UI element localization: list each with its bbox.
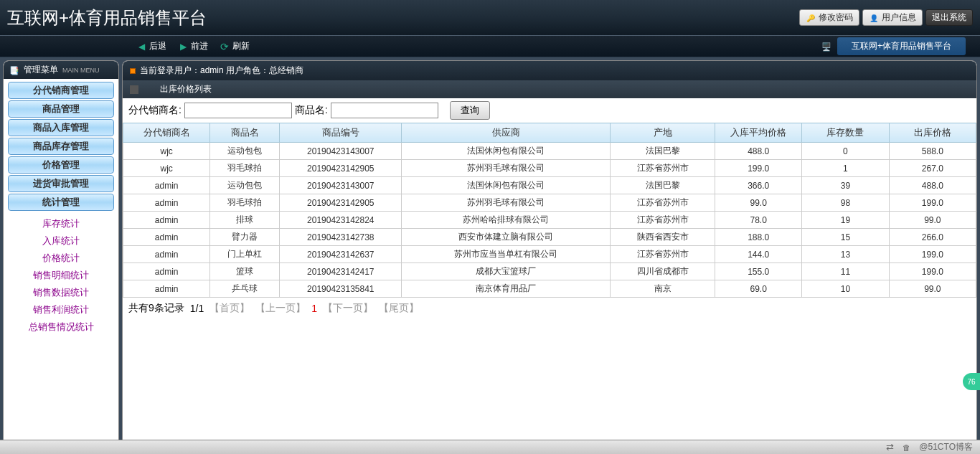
pagination: 共有9条记录 1/1 【首页】 【上一页】 1 【下一页】 【尾页】	[123, 298, 976, 319]
last-page-link[interactable]: 【尾页】	[379, 302, 419, 315]
dot-icon	[130, 68, 136, 74]
table-row[interactable]: wjc羽毛球拍20190423142905苏州羽毛球有限公司江苏省苏州市199.…	[123, 160, 976, 177]
first-page-link[interactable]: 【首页】	[209, 302, 250, 315]
trash-icon[interactable]	[903, 443, 910, 453]
table-cell: 20190423135841	[280, 280, 402, 298]
table-cell: 江苏省苏州市	[611, 246, 715, 263]
table-cell: 69.0	[715, 280, 801, 298]
nav-refresh-button[interactable]: 刷新	[220, 40, 250, 52]
table-cell: admin	[123, 246, 210, 263]
table-cell: 羽毛球拍	[210, 160, 280, 177]
notification-badge[interactable]: 76	[963, 373, 980, 390]
sub-link-2[interactable]: 价格统计	[5, 250, 117, 267]
arrow-left-icon	[136, 42, 146, 52]
banner-buttons: 修改密码 用户信息 退出系统	[799, 9, 980, 26]
logout-button[interactable]: 退出系统	[925, 9, 973, 26]
user-info-button[interactable]: 用户信息	[862, 9, 923, 26]
table-cell: 366.0	[715, 177, 801, 194]
menu-item-3[interactable]: 商品库存管理	[8, 138, 114, 155]
product-label: 商品名:	[295, 104, 328, 117]
table-cell: 陕西省西安市	[611, 229, 715, 246]
table-cell: 78.0	[715, 212, 801, 229]
product-name-input[interactable]	[331, 103, 438, 118]
table-cell: 20190423142905	[280, 194, 402, 212]
next-page-link[interactable]: 【下一页】	[323, 302, 373, 315]
table-row[interactable]: admin门上单杠20190423142637苏州市应当当单杠有限公司江苏省苏州…	[123, 246, 976, 263]
sub-link-6[interactable]: 总销售情况统计	[5, 318, 117, 336]
table-cell: 法国休闲包有限公司	[402, 143, 611, 160]
table-header-cell: 产地	[611, 123, 715, 143]
arrow-icon	[130, 85, 138, 94]
table-cell: 99.0	[889, 280, 976, 298]
table-header-cell: 出库价格	[889, 123, 976, 143]
table-header-cell: 分代销商名	[123, 123, 210, 143]
table-cell: 13	[802, 246, 889, 263]
table-cell: wjc	[123, 160, 210, 177]
dealer-label: 分代销商名:	[128, 104, 182, 117]
table-header-cell: 入库平均价格	[715, 123, 801, 143]
table-cell: 199.0	[889, 194, 976, 212]
sub-link-4[interactable]: 销售数据统计	[5, 284, 117, 301]
sub-link-1[interactable]: 入库统计	[5, 232, 117, 250]
table-cell: 199.0	[889, 263, 976, 280]
table-cell: 19	[802, 212, 889, 229]
banner-title: 互联网+体育用品销售平台	[0, 6, 207, 29]
arrow-right-icon	[178, 42, 188, 52]
refresh-icon	[220, 42, 230, 52]
current-page: 1	[311, 303, 317, 314]
table-row[interactable]: wjc运动包包20190423143007法国休闲包有限公司法国巴黎488.00…	[123, 143, 976, 160]
table-cell: 11	[802, 263, 889, 280]
table-row[interactable]: admin羽毛球拍20190423142905苏州羽毛球有限公司江苏省苏州市99…	[123, 194, 976, 212]
menu-item-2[interactable]: 商品入库管理	[8, 119, 114, 136]
table-cell: wjc	[123, 143, 210, 160]
table-row[interactable]: admin排球20190423142824苏州哈哈排球有限公司江苏省苏州市78.…	[123, 212, 976, 229]
table-cell: 江苏省苏州市	[611, 160, 715, 177]
switch-icon[interactable]	[886, 442, 894, 453]
table-cell: 266.0	[889, 229, 976, 246]
sub-link-0[interactable]: 库存统计	[5, 215, 117, 232]
table-row[interactable]: admin篮球20190423142417成都大宝篮球厂四川省成都市155.01…	[123, 263, 976, 280]
menu-item-6[interactable]: 统计管理	[8, 194, 114, 211]
menu-item-0[interactable]: 分代销商管理	[8, 82, 114, 99]
table-cell: 10	[802, 280, 889, 298]
sidebar-header: 管理菜单 MAIN MENU	[4, 61, 118, 79]
menu-item-1[interactable]: 商品管理	[8, 100, 114, 118]
content-panel: 当前登录用户：admin 用户角色：总经销商 出库价格列表 分代销商名: 商品名…	[122, 60, 977, 451]
table-cell: 98	[802, 194, 889, 212]
table-cell: 篮球	[210, 263, 280, 280]
table-cell: 199.0	[715, 160, 801, 177]
table-cell: 乒乓球	[210, 280, 280, 298]
table-cell: 199.0	[889, 246, 976, 263]
table-cell: 20190423142824	[280, 212, 402, 229]
search-form: 分代销商名: 商品名: 查询	[123, 98, 976, 123]
table-cell: 488.0	[889, 177, 976, 194]
table-cell: 188.0	[715, 229, 801, 246]
prev-page-link[interactable]: 【上一页】	[255, 302, 306, 315]
table-cell: 成都大宝篮球厂	[402, 263, 611, 280]
table-row[interactable]: admin臂力器20190423142738西安市体建立脑有限公司陕西省西安市1…	[123, 229, 976, 246]
menu-item-5[interactable]: 进货审批管理	[8, 175, 114, 192]
nav-back-button[interactable]: 后退	[136, 40, 166, 52]
dealer-name-input[interactable]	[184, 103, 292, 118]
change-password-button[interactable]: 修改密码	[799, 9, 859, 26]
sub-link-3[interactable]: 销售明细统计	[5, 267, 117, 284]
menu-item-4[interactable]: 价格管理	[8, 156, 114, 174]
record-count: 共有9条记录	[128, 302, 184, 315]
table-cell: 0	[802, 143, 889, 160]
nav-forward-button[interactable]: 前进	[178, 40, 208, 52]
table-cell: 99.0	[715, 194, 801, 212]
table-cell: 20190423142417	[280, 263, 402, 280]
table-header-cell: 商品编号	[280, 123, 402, 143]
table-cell: 99.0	[889, 212, 976, 229]
sub-link-5[interactable]: 销售利润统计	[5, 301, 117, 318]
menu-icon	[9, 65, 19, 75]
navbar: 后退 前进 刷新 互联网+体育用品销售平台	[0, 36, 980, 57]
table-cell: admin	[123, 194, 210, 212]
table-row[interactable]: admin乒乓球20190423135841南京体育用品厂南京69.01099.…	[123, 280, 976, 298]
table-cell: 苏州羽毛球有限公司	[402, 194, 611, 212]
table-cell: admin	[123, 229, 210, 246]
table-row[interactable]: admin运动包包20190423143007法国休闲包有限公司法国巴黎366.…	[123, 177, 976, 194]
table-cell: 267.0	[889, 160, 976, 177]
table-cell: 苏州市应当当单杠有限公司	[402, 246, 611, 263]
query-button[interactable]: 查询	[450, 101, 490, 120]
